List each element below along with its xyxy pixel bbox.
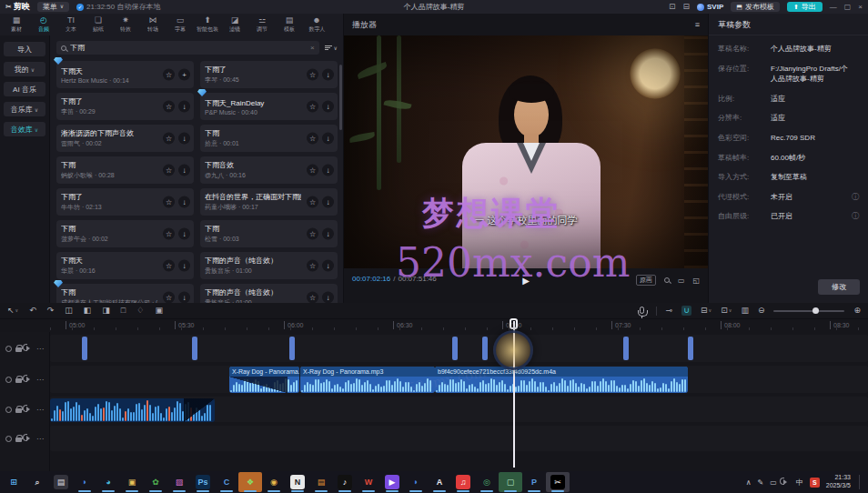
audio-action-button[interactable]: ↓ [178,196,190,208]
audio-card[interactable]: 下雨了 牛牛坊 · 02:13 ☆ ↓ [56,188,194,216]
favorite-star-button[interactable]: ☆ [163,260,175,272]
track-toggle-icon[interactable] [5,377,12,383]
taskbar-app-icon[interactable]: ❖ [238,472,262,492]
audio-card[interactable]: 下雨了 李琴 · 00:45 ☆ ↓ [200,61,338,88]
timeline-tool-icon[interactable]: ▣ ∨ [155,307,163,315]
audio-card[interactable]: 下雨 成都潜在人工智能科技有限公司 · 04:36 ☆ ↓ [56,284,194,303]
sidebar-item[interactable]: AI 音乐 ∨ [4,82,45,96]
taskbar-app-icon[interactable]: W [357,472,380,492]
taskbar-app-icon[interactable]: ✂ [546,472,570,492]
more-options-icon[interactable]: ⋯ [36,376,45,384]
show-desktop-button[interactable] [859,475,862,489]
zoom-fit-icon[interactable] [664,277,670,283]
favorite-star-button[interactable]: ☆ [307,133,318,145]
audio-action-button[interactable]: ↓ [322,133,334,145]
record-voiceover-icon[interactable] [640,307,644,314]
favorite-star-button[interactable]: ☆ [307,260,318,272]
taskbar-app-icon[interactable]: ▤ [49,472,73,492]
taskbar-app-icon[interactable]: N [286,472,309,492]
favorite-star-button[interactable]: ☆ [163,101,175,113]
video-preview[interactable]: 一 这个学校里面的同学 [344,35,708,268]
favorite-star-button[interactable]: ☆ [307,228,318,240]
audio-action-button[interactable]: ↓ [322,101,334,113]
audio-card[interactable]: 淅淅沥沥的下雨声音效 雷雨气 · 00:02 ☆ ↓ [56,125,194,152]
timeline-zoom-slider[interactable] [773,310,844,312]
sidebar-item[interactable]: 音乐库 ∨ [4,102,45,116]
taskbar-app-icon[interactable]: ◗ [404,472,428,492]
info-icon[interactable]: ⓘ [852,211,859,221]
slider-thumb[interactable] [812,307,819,314]
timeline-tool-icon[interactable]: ↷ ∨ [47,307,55,315]
sidebar-item[interactable]: 我的 ∨ [4,62,45,76]
toolbar-tab[interactable]: ⚍ 调节 [248,15,276,34]
voiceover-clip[interactable] [50,398,215,422]
audio-action-button[interactable]: ↓ [322,196,334,208]
taskbar-app-icon[interactable]: ♪ [333,472,357,492]
timeline-toggle-icon[interactable]: ⊟ ∨ [701,307,712,315]
audio-clip[interactable]: X-Ray Dog - Panorama.mp3 [229,367,299,393]
audio-card[interactable]: 在抖音的世界，正确面对下雨的方式 药童小哦哆 · 00:17 ☆ ↓ [200,188,338,216]
favorite-star-button[interactable]: ☆ [163,196,175,208]
taskbar-app-icon[interactable]: ◉ [262,472,286,492]
audio-action-button[interactable]: ↓ [322,165,334,176]
more-options-icon[interactable]: ⋯ [36,345,45,353]
audio-action-button[interactable]: + [178,69,190,81]
lock-icon[interactable] [15,378,22,383]
filter-button[interactable]: ∨ [325,45,338,51]
volume-icon[interactable] [783,479,790,485]
toolbar-tab[interactable]: ❏ 贴纸 [85,15,112,34]
timeline-toggle-icon[interactable]: ∪ ∨ [681,306,691,316]
toolbar-tab[interactable]: ◴ 音频 [30,15,57,34]
layout-panel-icon[interactable]: ⊡ [669,3,676,11]
sidebar-item[interactable]: 导入 ∨ [4,42,45,56]
info-icon[interactable]: ⓘ [852,192,859,202]
search-input[interactable] [70,44,307,52]
scrollbar[interactable] [339,65,342,130]
mute-speaker-icon[interactable] [26,407,33,412]
mute-speaker-icon[interactable] [26,436,33,441]
maximize-button[interactable]: ▢ [844,3,852,11]
mute-speaker-icon[interactable] [26,377,33,382]
toolbar-tab[interactable]: ✷ 特效 [112,15,139,34]
subtitle-clip[interactable] [623,337,629,360]
audio-card[interactable]: 下雨天 华晨 · 00:16 ☆ ↓ [56,252,194,279]
audio-action-button[interactable]: ↓ [178,133,190,145]
ratio-icon[interactable]: ▭ [678,277,685,285]
favorite-star-button[interactable]: ☆ [307,101,318,113]
favorite-star-button[interactable]: ☆ [163,133,175,145]
menu-button[interactable]: 菜单 ∨ [37,2,69,12]
subtitle-clip[interactable] [688,337,693,360]
taskbar-app-icon[interactable]: ◎ [475,472,499,492]
audio-card[interactable]: 下雨 拾意 · 00:01 ☆ ↓ [200,125,338,152]
lock-icon[interactable] [15,438,22,442]
fullscreen-icon[interactable]: ◱ [692,277,700,285]
audio-card[interactable]: 下雨的声音（纯音效） 贵族音乐 · 01:00 ☆ ↓ [200,284,338,303]
audio-card[interactable]: 下雨的声音（纯音效） 贵族音乐 · 01:00 ☆ ↓ [200,252,338,279]
favorite-star-button[interactable]: ☆ [163,228,175,240]
audio-action-button[interactable]: ↓ [322,228,334,240]
taskbar-app-icon[interactable]: ✿ [144,472,167,492]
timeline-tool-icon[interactable]: ↖ ∨ [7,307,18,315]
timeline-tool-icon[interactable]: ◫ ∨ [65,307,73,315]
player-menu-icon[interactable]: ≡ [695,20,700,29]
modify-button[interactable]: 修改 [818,279,860,295]
toolbar-tab[interactable]: ▦ 素材 [3,15,30,34]
mute-speaker-icon[interactable] [26,346,33,351]
audio-card[interactable]: 下雨了 李笛 · 00:29 ☆ ↓ [56,93,194,120]
search-box[interactable]: × [56,41,319,55]
track-toggle-icon[interactable] [5,346,12,352]
quality-button[interactable]: 原画 [636,275,656,286]
svip-badge[interactable]: SVIP [697,3,723,11]
timeline-toggle-icon[interactable]: ⊡ ∨ [721,307,732,315]
taskbar-app-icon[interactable]: ◕ [96,472,120,492]
audio-card[interactable]: 下雨天 Hertz Box Music · 00:14 ☆ + [56,61,194,88]
playhead[interactable] [510,319,519,468]
timeline-tool-icon[interactable]: □ ∨ [121,307,126,315]
audio-card[interactable]: 下雨天_RainDelay P&P Music · 00:40 ☆ ↓ [200,93,338,120]
close-button[interactable]: × [858,3,863,11]
ime-indicator[interactable]: 中 [796,478,803,488]
taskbar-app-icon[interactable]: ▨ [167,472,191,492]
audio-card[interactable]: 下雨音效 @九八 · 00:16 ☆ ↓ [200,156,338,184]
audio-action-button[interactable]: ↓ [178,165,190,176]
timeline-toggle-icon[interactable]: ▥ ∨ [741,307,749,315]
